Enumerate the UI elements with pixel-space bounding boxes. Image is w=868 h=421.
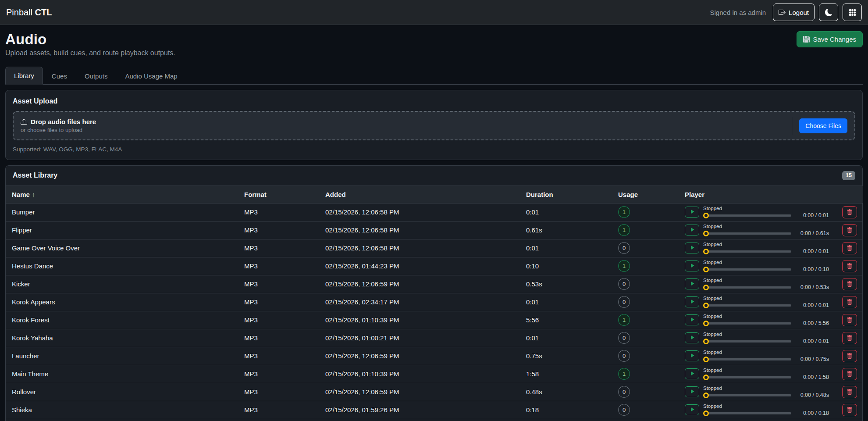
trash-icon <box>847 299 853 305</box>
delete-button[interactable] <box>842 404 857 416</box>
asset-format: MP3 <box>238 239 319 257</box>
seek-slider[interactable] <box>703 249 791 254</box>
delete-button[interactable] <box>842 368 857 380</box>
delete-button[interactable] <box>842 314 857 326</box>
delete-button[interactable] <box>842 242 857 254</box>
slider-thumb[interactable] <box>703 357 709 362</box>
usage-badge: 1 <box>618 314 630 326</box>
asset-added: 02/15/2026, 12:06:58 PM <box>319 239 520 257</box>
slider-thumb[interactable] <box>703 375 709 380</box>
asset-name: Zelda Guardian <box>6 419 238 421</box>
delete-button[interactable] <box>842 206 857 218</box>
slider-thumb[interactable] <box>703 249 709 254</box>
player-time: 0:00 / 0:10 <box>797 266 829 272</box>
trash-icon <box>847 227 853 233</box>
play-button[interactable] <box>685 260 699 271</box>
seek-slider[interactable] <box>703 375 791 380</box>
play-button[interactable] <box>685 314 699 325</box>
play-button[interactable] <box>685 207 699 218</box>
upload-arrow-icon <box>21 118 27 125</box>
tab-cues[interactable]: Cues <box>43 67 76 85</box>
table-row: Korok Appears MP3 02/15/2026, 02:34:17 P… <box>6 293 863 311</box>
seek-slider[interactable] <box>703 410 791 416</box>
play-button[interactable] <box>685 368 699 379</box>
asset-name: Launcher <box>6 347 238 365</box>
asset-added: 02/15/2026, 02:34:17 PM <box>319 293 520 311</box>
asset-format: MP3 <box>238 257 319 275</box>
slider-thumb[interactable] <box>703 267 709 272</box>
audio-dropzone[interactable]: Drop audio files here or choose files to… <box>13 111 855 140</box>
audio-player: Stopped 0:00 / 0:18 <box>685 403 829 417</box>
asset-upload-card: Asset Upload Drop audio files here or ch… <box>5 90 863 160</box>
play-button[interactable] <box>685 404 699 415</box>
tab-outputs[interactable]: Outputs <box>76 67 117 85</box>
slider-thumb[interactable] <box>703 303 709 308</box>
audio-player: Stopped 0:00 / 0:01 <box>685 296 829 309</box>
seek-slider[interactable] <box>703 303 791 308</box>
column-header-duration[interactable]: Duration <box>520 186 612 203</box>
logout-label: Logout <box>789 9 809 16</box>
column-header-format[interactable]: Format <box>238 186 319 203</box>
play-button[interactable] <box>685 350 699 361</box>
play-button[interactable] <box>685 332 699 343</box>
seek-slider[interactable] <box>703 339 791 344</box>
grid-icon <box>849 9 856 16</box>
delete-button[interactable] <box>842 296 857 308</box>
slider-thumb[interactable] <box>703 285 709 290</box>
apps-menu-button[interactable] <box>843 4 862 21</box>
delete-button[interactable] <box>842 278 857 290</box>
asset-name: Korok Appears <box>6 293 238 311</box>
column-header-actions <box>835 186 863 203</box>
asset-format: MP3 <box>238 329 319 347</box>
delete-button[interactable] <box>842 386 857 398</box>
choose-files-button[interactable]: Choose Files <box>799 118 847 133</box>
asset-added: 02/15/2026, 12:06:58 PM <box>319 221 520 239</box>
table-row: Shieka MP3 02/15/2026, 01:59:26 PM 0:18 … <box>6 401 863 419</box>
seek-slider[interactable] <box>703 267 791 272</box>
tab-library[interactable]: Library <box>5 67 43 85</box>
seek-slider[interactable] <box>703 321 791 326</box>
delete-button[interactable] <box>842 224 857 236</box>
save-changes-button[interactable]: Save Changes <box>797 31 863 47</box>
audio-player: Stopped 0:00 / 5:56 <box>685 314 829 327</box>
slider-thumb[interactable] <box>703 410 709 416</box>
slider-track <box>703 394 791 396</box>
seek-slider[interactable] <box>703 357 791 362</box>
asset-name: Bumper <box>6 203 238 221</box>
slider-thumb[interactable] <box>703 231 709 236</box>
delete-button[interactable] <box>842 350 857 362</box>
play-button[interactable] <box>685 225 699 235</box>
dropzone-subtitle: or choose files to upload <box>21 127 96 133</box>
slider-track <box>703 412 791 414</box>
column-header-name[interactable]: Name↑ <box>6 186 238 203</box>
play-button[interactable] <box>685 296 699 307</box>
delete-button[interactable] <box>842 332 857 344</box>
slider-thumb[interactable] <box>703 213 709 218</box>
slider-thumb[interactable] <box>703 339 709 344</box>
play-button[interactable] <box>685 386 699 397</box>
usage-badge: 1 <box>618 368 630 380</box>
slider-thumb[interactable] <box>703 321 709 326</box>
column-header-usage[interactable]: Usage <box>612 186 679 203</box>
play-button[interactable] <box>685 243 699 253</box>
brand-logo[interactable]: Pinball CTL <box>6 7 52 18</box>
play-triangle-icon <box>690 281 695 286</box>
seek-slider[interactable] <box>703 231 791 236</box>
player-status: Stopped <box>703 260 829 265</box>
slider-track <box>703 304 791 307</box>
logout-button[interactable]: Logout <box>773 4 815 21</box>
trash-icon <box>847 263 853 269</box>
column-header-added[interactable]: Added <box>319 186 520 203</box>
slider-track <box>703 268 791 271</box>
seek-slider[interactable] <box>703 392 791 398</box>
tab-audio-usage-map[interactable]: Audio Usage Map <box>116 67 186 85</box>
seek-slider[interactable] <box>703 213 791 218</box>
asset-library-title: Asset Library <box>13 171 57 179</box>
trash-icon <box>847 209 853 215</box>
slider-thumb[interactable] <box>703 392 709 398</box>
delete-button[interactable] <box>842 260 857 272</box>
theme-toggle-button[interactable] <box>819 4 838 21</box>
seek-slider[interactable] <box>703 285 791 290</box>
usage-badge: 0 <box>618 404 630 416</box>
play-button[interactable] <box>685 278 699 289</box>
